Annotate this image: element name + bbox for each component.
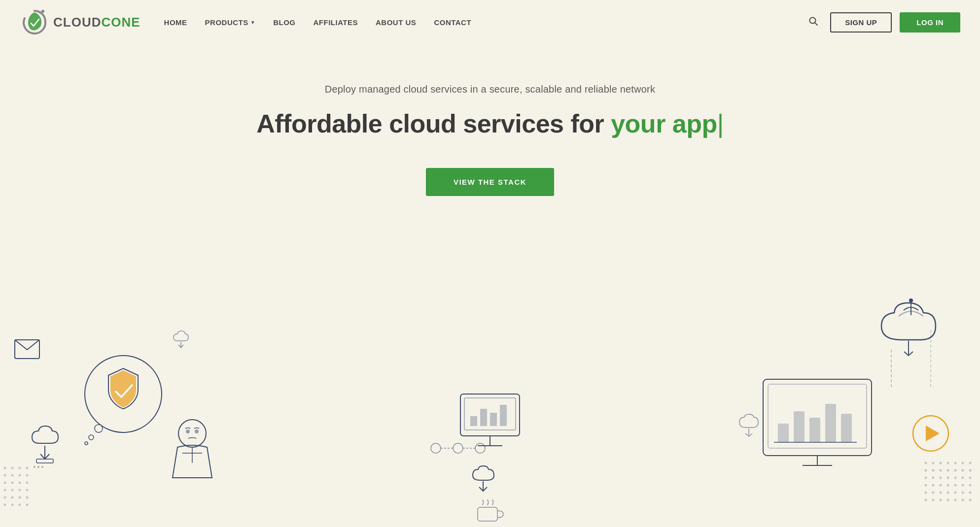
- svg-rect-63: [763, 379, 872, 456]
- svg-point-99: [954, 484, 957, 487]
- svg-point-59: [909, 298, 913, 302]
- svg-point-83: [940, 469, 942, 472]
- svg-rect-64: [768, 384, 867, 448]
- svg-rect-67: [809, 418, 820, 442]
- svg-point-24: [11, 474, 14, 477]
- svg-point-96: [932, 484, 935, 487]
- svg-point-35: [4, 496, 6, 499]
- svg-point-6: [34, 466, 35, 468]
- svg-point-100: [962, 484, 964, 487]
- svg-point-25: [19, 474, 21, 477]
- svg-point-8: [41, 466, 43, 468]
- logo-text-cloud: CLOUD: [53, 15, 101, 30]
- svg-point-110: [932, 499, 935, 501]
- svg-point-105: [947, 492, 949, 494]
- nav-actions: SIGN UP LOG IN: [805, 12, 960, 33]
- hero-subtitle: Deploy managed cloud services in a secur…: [325, 84, 655, 95]
- view-stack-button[interactable]: VIEW THE STACK: [426, 168, 554, 196]
- svg-rect-49: [490, 413, 497, 426]
- svg-rect-68: [825, 404, 836, 442]
- svg-point-14: [178, 420, 206, 447]
- logo[interactable]: CLOUDCONE: [20, 7, 140, 37]
- svg-rect-50: [500, 405, 507, 426]
- svg-point-16: [195, 429, 199, 433]
- svg-point-26: [26, 474, 29, 477]
- svg-point-82: [932, 469, 935, 472]
- svg-point-93: [962, 477, 964, 479]
- svg-point-102: [925, 492, 927, 494]
- svg-point-15: [186, 429, 190, 433]
- svg-point-56: [475, 443, 485, 453]
- svg-point-91: [947, 477, 949, 479]
- svg-marker-62: [926, 426, 940, 441]
- logo-icon: [20, 7, 49, 37]
- right-illustration: [724, 291, 980, 527]
- header: CLOUDCONE HOME PRODUCTS ▼ BLOG AFFILIATE…: [0, 0, 980, 44]
- svg-point-108: [969, 492, 972, 494]
- svg-point-104: [940, 492, 942, 494]
- svg-point-32: [11, 489, 14, 492]
- svg-point-84: [947, 469, 949, 472]
- svg-point-79: [962, 462, 964, 464]
- svg-point-78: [954, 462, 957, 464]
- svg-point-103: [932, 492, 935, 494]
- svg-point-85: [954, 469, 957, 472]
- nav-products[interactable]: PRODUCTS ▼: [196, 18, 265, 27]
- nav-affiliates[interactable]: AFFILIATES: [304, 18, 367, 27]
- svg-point-13: [85, 442, 88, 445]
- svg-point-98: [947, 484, 949, 487]
- svg-line-2: [815, 23, 817, 25]
- svg-point-23: [4, 474, 6, 477]
- svg-point-89: [932, 477, 935, 479]
- svg-point-28: [11, 482, 14, 484]
- svg-point-33: [19, 489, 21, 492]
- nav-contact[interactable]: CONTACT: [425, 18, 480, 27]
- svg-point-112: [947, 499, 949, 501]
- hero-title: Affordable cloud services for your app|: [256, 109, 724, 138]
- svg-rect-66: [794, 411, 805, 442]
- svg-point-12: [89, 435, 94, 440]
- svg-point-27: [4, 482, 6, 484]
- illustration-area: [0, 271, 980, 527]
- svg-point-75: [932, 462, 935, 464]
- svg-rect-44: [464, 398, 516, 430]
- svg-point-52: [431, 443, 441, 453]
- svg-point-11: [95, 425, 103, 432]
- svg-point-31: [4, 489, 6, 492]
- left-illustration: [0, 291, 276, 527]
- svg-rect-5: [36, 459, 53, 463]
- svg-point-34: [26, 489, 29, 492]
- svg-point-86: [962, 469, 964, 472]
- svg-rect-69: [841, 414, 852, 442]
- svg-point-88: [925, 477, 927, 479]
- login-button[interactable]: LOG IN: [900, 12, 960, 33]
- svg-point-41: [19, 504, 21, 506]
- svg-point-20: [11, 467, 14, 469]
- logo-text-cone: CONE: [101, 15, 140, 30]
- svg-point-113: [954, 499, 957, 501]
- svg-point-38: [26, 496, 29, 499]
- nav-about-us[interactable]: ABOUT US: [367, 18, 425, 27]
- svg-point-37: [19, 496, 21, 499]
- svg-point-107: [962, 492, 964, 494]
- svg-rect-47: [470, 416, 477, 426]
- svg-point-7: [37, 466, 39, 468]
- hero-cursor: |: [717, 109, 724, 138]
- svg-rect-43: [460, 394, 520, 436]
- nav-home[interactable]: HOME: [155, 18, 196, 27]
- svg-point-10: [85, 356, 162, 432]
- svg-point-22: [26, 467, 29, 469]
- svg-rect-57: [478, 507, 497, 521]
- search-button[interactable]: [805, 14, 822, 31]
- svg-point-42: [26, 504, 29, 506]
- svg-point-111: [940, 499, 942, 501]
- nav-blog[interactable]: BLOG: [264, 18, 304, 27]
- svg-point-101: [969, 484, 972, 487]
- signup-button[interactable]: SIGN UP: [830, 12, 892, 33]
- svg-point-115: [969, 499, 972, 501]
- svg-point-90: [940, 477, 942, 479]
- svg-point-36: [11, 496, 14, 499]
- svg-point-29: [19, 482, 21, 484]
- svg-rect-3: [15, 340, 39, 359]
- svg-point-74: [925, 462, 927, 464]
